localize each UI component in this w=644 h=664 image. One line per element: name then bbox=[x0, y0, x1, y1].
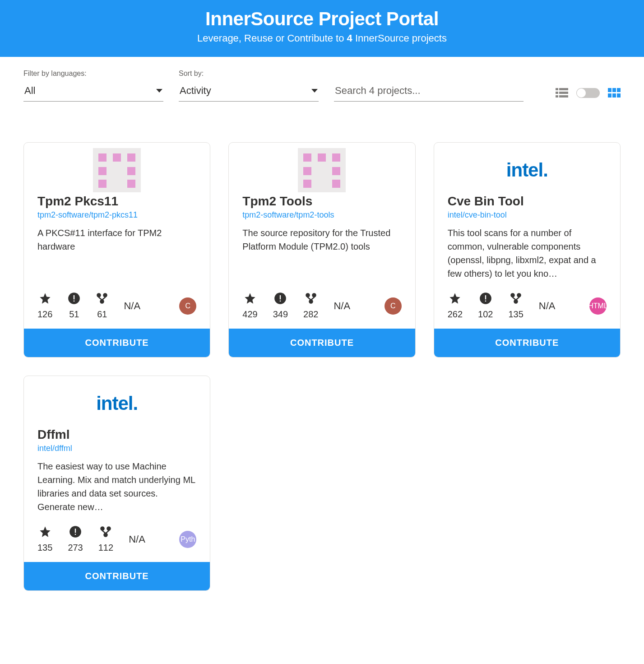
project-repo-link[interactable]: tpm2-software/tpm2-tools bbox=[242, 210, 401, 220]
card-logo: intel bbox=[434, 143, 620, 192]
svg-rect-4 bbox=[556, 95, 558, 98]
svg-rect-2 bbox=[556, 92, 558, 94]
intel-logo: intel bbox=[506, 159, 548, 181]
svg-point-21 bbox=[306, 294, 309, 297]
placeholder-logo bbox=[298, 148, 346, 192]
forks-count: 61 bbox=[97, 309, 107, 320]
svg-rect-31 bbox=[75, 529, 76, 533]
sort-group: Sort by: Activity bbox=[179, 70, 319, 102]
contribute-button[interactable]: CONTRIBUTE bbox=[24, 329, 210, 357]
fork-icon bbox=[99, 525, 112, 538]
svg-point-27 bbox=[511, 294, 514, 297]
star-icon bbox=[39, 292, 51, 305]
card-logo bbox=[24, 143, 210, 192]
issues-stat: 51 bbox=[68, 292, 80, 320]
svg-rect-5 bbox=[559, 95, 568, 98]
search-input[interactable] bbox=[334, 82, 524, 102]
view-toggle[interactable] bbox=[576, 88, 600, 98]
sort-label: Sort by: bbox=[179, 70, 319, 78]
search-group bbox=[334, 82, 524, 102]
sort-dropdown[interactable]: Activity bbox=[179, 82, 319, 102]
grid-view-icon[interactable] bbox=[608, 88, 621, 98]
card-body: Tpm2 Tools tpm2-software/tpm2-tools The … bbox=[229, 192, 415, 329]
language-badge: HTML bbox=[589, 297, 607, 315]
svg-rect-6 bbox=[608, 88, 612, 92]
card-stats: 262 102 135 N/A HTML bbox=[448, 292, 607, 320]
svg-rect-11 bbox=[617, 93, 621, 98]
stars-stat: 135 bbox=[37, 525, 52, 553]
stars-count: 262 bbox=[448, 309, 463, 320]
language-filter-dropdown[interactable]: All bbox=[23, 82, 163, 102]
star-icon bbox=[449, 292, 461, 305]
language-filter-value: All bbox=[24, 85, 35, 97]
issues-icon bbox=[479, 292, 492, 305]
svg-rect-32 bbox=[75, 534, 76, 535]
card-stats: 429 349 282 N/A C bbox=[242, 292, 401, 320]
svg-rect-10 bbox=[612, 93, 616, 98]
svg-rect-19 bbox=[280, 295, 281, 299]
project-description: The easiest way to use Machine Learning.… bbox=[37, 460, 196, 514]
svg-rect-20 bbox=[280, 301, 281, 302]
forks-stat: 61 bbox=[96, 292, 108, 320]
issues-stat: 102 bbox=[478, 292, 493, 320]
chevron-down-icon bbox=[156, 89, 162, 93]
svg-point-28 bbox=[518, 294, 521, 297]
issues-count: 273 bbox=[68, 543, 83, 553]
score-value: N/A bbox=[129, 534, 145, 545]
project-title: Tpm2 Tools bbox=[242, 194, 401, 209]
project-repo-link[interactable]: tpm2-software/tpm2-pkcs11 bbox=[37, 210, 196, 220]
forks-stat: 135 bbox=[508, 292, 523, 320]
project-grid: Tpm2 Pkcs11 tpm2-software/tpm2-pkcs11 A … bbox=[0, 102, 644, 618]
project-title: Cve Bin Tool bbox=[448, 194, 607, 209]
stars-count: 135 bbox=[37, 543, 52, 553]
card-stats: 126 51 61 N/A C bbox=[37, 292, 196, 320]
contribute-button[interactable]: CONTRIBUTE bbox=[434, 329, 620, 357]
contribute-button[interactable]: CONTRIBUTE bbox=[24, 562, 210, 590]
contribute-button[interactable]: CONTRIBUTE bbox=[229, 329, 415, 357]
language-badge: C bbox=[385, 297, 402, 315]
stars-stat: 126 bbox=[37, 292, 52, 320]
stars-count: 126 bbox=[37, 309, 52, 320]
project-repo-link[interactable]: intel/cve-bin-tool bbox=[448, 210, 607, 220]
svg-point-34 bbox=[107, 527, 111, 530]
project-card: intel Cve Bin Tool intel/cve-bin-tool Th… bbox=[434, 142, 621, 358]
project-card: intel Dffml intel/dffml The easiest way … bbox=[23, 376, 210, 591]
score-value: N/A bbox=[539, 300, 556, 312]
list-view-icon[interactable] bbox=[556, 88, 568, 98]
card-logo: intel bbox=[24, 376, 210, 426]
svg-rect-7 bbox=[612, 88, 616, 92]
forks-stat: 282 bbox=[303, 292, 318, 320]
placeholder-logo bbox=[93, 148, 141, 192]
svg-point-16 bbox=[104, 294, 107, 297]
fork-icon bbox=[510, 292, 522, 305]
svg-rect-0 bbox=[556, 88, 558, 90]
project-description: The source repository for the Trusted Pl… bbox=[242, 226, 401, 280]
score-value: N/A bbox=[334, 300, 350, 312]
intel-logo: intel bbox=[96, 393, 138, 414]
issues-stat: 349 bbox=[273, 292, 288, 320]
issues-icon bbox=[69, 525, 82, 538]
fork-icon bbox=[96, 292, 108, 305]
issues-count: 349 bbox=[273, 309, 288, 320]
language-badge: C bbox=[179, 297, 196, 315]
svg-rect-26 bbox=[485, 301, 486, 302]
stars-count: 429 bbox=[242, 309, 257, 320]
stars-stat: 429 bbox=[242, 292, 257, 320]
issues-icon bbox=[274, 292, 287, 305]
project-repo-link[interactable]: intel/dffml bbox=[37, 444, 196, 453]
card-body: Cve Bin Tool intel/cve-bin-tool This too… bbox=[434, 192, 620, 329]
language-filter-label: Filter by languages: bbox=[23, 70, 163, 78]
language-badge: Pyth bbox=[179, 531, 196, 548]
fork-icon bbox=[305, 292, 317, 305]
svg-point-33 bbox=[101, 527, 104, 530]
chevron-down-icon bbox=[311, 89, 318, 93]
project-title: Dffml bbox=[37, 427, 196, 442]
issues-count: 51 bbox=[69, 309, 79, 320]
forks-count: 112 bbox=[98, 543, 113, 553]
svg-rect-8 bbox=[617, 88, 621, 92]
filter-bar: Filter by languages: All Sort by: Activi… bbox=[0, 57, 644, 102]
card-body: Dffml intel/dffml The easiest way to use… bbox=[24, 426, 210, 562]
svg-point-22 bbox=[312, 294, 315, 297]
svg-point-15 bbox=[97, 294, 101, 297]
svg-rect-9 bbox=[608, 93, 612, 98]
